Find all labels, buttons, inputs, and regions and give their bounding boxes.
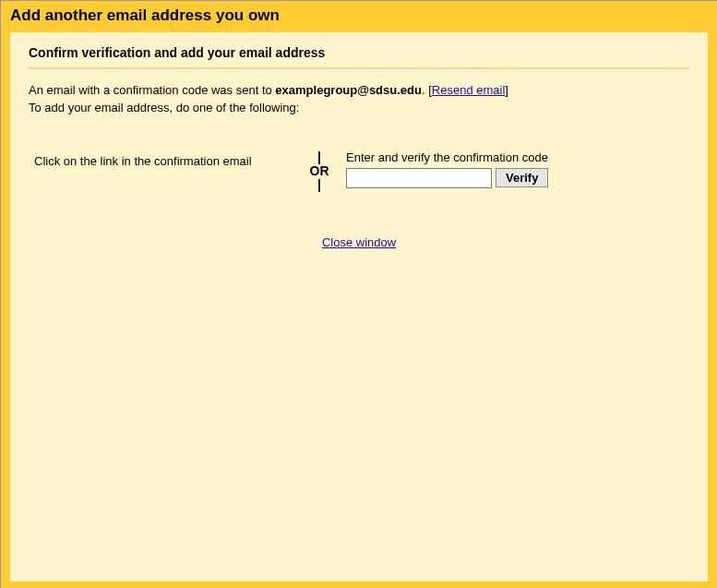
code-label: Enter and verify the confirmation code [346, 150, 684, 164]
divider-bar-icon: | [317, 150, 321, 163]
target-email: examplegroup@sdsu.edu [275, 83, 422, 97]
instruction-text: An email with a confirmation code was se… [29, 82, 689, 117]
msg-post: . [ [422, 83, 432, 97]
option-click-link: Click on the link in the confirmation em… [34, 150, 293, 168]
verify-button[interactable]: Verify [496, 168, 548, 187]
resend-email-link[interactable]: Resend email [432, 83, 506, 97]
close-window-link[interactable]: Close window [322, 235, 396, 249]
msg-pre: An email with a confirmation code was se… [29, 83, 275, 97]
msg-line2: To add your email address, do one of the… [29, 101, 299, 114]
or-label: OR [310, 163, 329, 179]
or-divider: | OR | [305, 150, 333, 192]
divider-line [29, 67, 689, 69]
msg-end: ] [505, 83, 508, 97]
sub-header: Confirm verification and add your email … [29, 42, 689, 67]
divider-bar-icon: | [317, 178, 321, 191]
dialog-title: Add another email address you own [1, 1, 717, 32]
confirmation-code-input[interactable] [346, 168, 492, 188]
